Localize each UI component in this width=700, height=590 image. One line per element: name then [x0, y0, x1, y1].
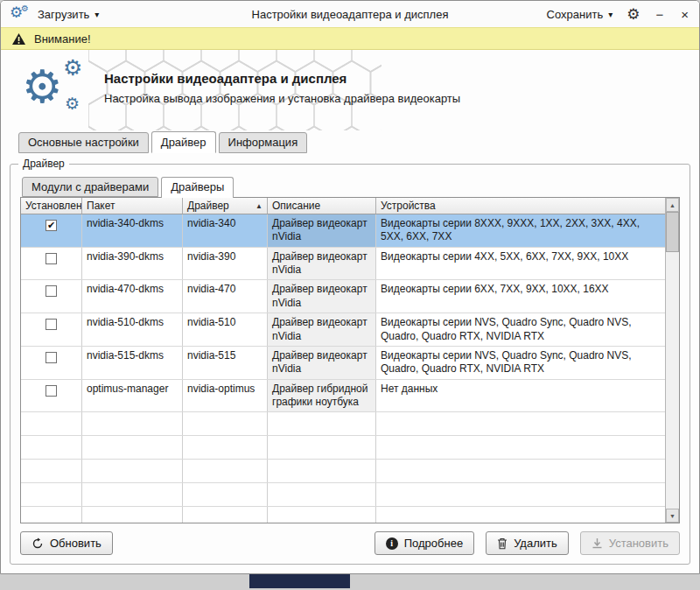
details-button-label: Подробнее	[404, 537, 463, 550]
checkbox-unchecked[interactable]	[46, 285, 57, 297]
driver-row-nvidia-510-dkms[interactable]: nvidia-510-dkmsnvidia-510Драйвер видеока…	[21, 313, 665, 347]
tab-information[interactable]: Информация	[219, 132, 308, 153]
scroll-up-button[interactable]: ▲	[666, 198, 679, 212]
driver-table-header: Установлен Пакет Драйвер ▲ Описание Устр…	[21, 198, 665, 214]
driver-groupbox: Драйвер Модули с драйверами Драйверы Уст…	[10, 164, 690, 565]
installed-checkbox-cell[interactable]	[21, 313, 82, 346]
checkbox-checked[interactable]: ✔	[46, 220, 57, 231]
checkbox-unchecked[interactable]	[46, 385, 57, 397]
empty-row	[21, 507, 665, 523]
devices-cell[interactable]: Видеокарты серии 8XXX, 9XXX, 1XX, 2XX, 3…	[376, 214, 665, 247]
driver-row-nvidia-470-dkms[interactable]: nvidia-470-dkmsnvidia-470Драйвер видеока…	[21, 280, 665, 313]
driver-row-nvidia-390-dkms[interactable]: nvidia-390-dkmsnvidia-390Драйвер видеока…	[21, 248, 665, 281]
window-title: Настройки видеоадаптера и дисплея	[180, 8, 520, 21]
devices-cell[interactable]: Нет данных	[376, 380, 665, 412]
installed-checkbox-cell[interactable]	[21, 248, 82, 280]
scroll-down-button[interactable]: ▼	[666, 509, 679, 523]
driver-subtabs: Модули с драйверами Драйверы	[20, 177, 680, 197]
empty-cell	[82, 507, 183, 523]
taskbar-fragment	[249, 574, 350, 588]
column-header-installed[interactable]: Установлен	[21, 198, 82, 214]
empty-cell	[21, 460, 82, 482]
tab-basic-settings[interactable]: Основные настройки	[18, 132, 149, 153]
description-cell[interactable]: Драйвер видеокарт nVidia	[268, 214, 376, 247]
page-subtitle: Настройка вывода изображения и установка…	[104, 92, 460, 105]
driver-row-nvidia-515-dkms[interactable]: nvidia-515-dkmsnvidia-515Драйвер видеока…	[21, 347, 665, 380]
warning-icon	[11, 32, 26, 46]
scrollbar-thumb[interactable]	[666, 212, 679, 252]
minimize-button[interactable]: −	[654, 8, 665, 21]
devices-cell[interactable]: Видеокарты серии 6XX, 7XX, 9XX, 10XX, 16…	[376, 280, 665, 313]
empty-cell	[82, 460, 183, 482]
close-button[interactable]: ×	[679, 8, 690, 21]
installed-checkbox-cell[interactable]: ✔	[21, 214, 82, 247]
vertical-scrollbar[interactable]: ▲ ▼	[665, 198, 679, 523]
empty-cell	[183, 483, 268, 506]
description-cell[interactable]: Драйвер видеокарт nVidia	[268, 248, 376, 280]
empty-cell	[376, 436, 665, 459]
package-cell[interactable]: nvidia-340-dkms	[82, 214, 183, 247]
column-header-description[interactable]: Описание	[268, 198, 376, 214]
driver-row-nvidia-340-dkms[interactable]: ✔nvidia-340-dkmsnvidia-340Драйвер видеок…	[21, 214, 665, 248]
driver-cell[interactable]: nvidia-390	[183, 248, 268, 280]
driver-cell[interactable]: nvidia-510	[183, 313, 268, 346]
driver-table-body: ✔nvidia-340-dkmsnvidia-340Драйвер видеок…	[21, 214, 665, 523]
load-menu-button[interactable]: Загрузить ▾	[38, 8, 99, 21]
devices-cell[interactable]: Видеокарты серии NVS, Quadro Sync, Quadr…	[376, 313, 665, 346]
empty-cell	[183, 460, 268, 482]
page-header: ⚙ ⚙ ⚙ Настройки видеоадаптера и дисплея …	[1, 50, 699, 130]
installed-checkbox-cell[interactable]	[21, 380, 82, 412]
settings-gear-icon[interactable]: ⚙	[626, 7, 640, 22]
installed-checkbox-cell[interactable]	[21, 347, 82, 379]
column-header-driver[interactable]: Драйвер ▲	[183, 198, 268, 214]
refresh-button-label: Обновить	[50, 537, 102, 550]
refresh-button[interactable]: Обновить	[20, 531, 113, 555]
checkbox-unchecked[interactable]	[46, 319, 57, 330]
delete-button[interactable]: Удалить	[486, 531, 569, 555]
driver-cell[interactable]: nvidia-optimus	[183, 380, 268, 412]
driver-table: Установлен Пакет Драйвер ▲ Описание Устр…	[20, 197, 680, 523]
devices-cell[interactable]: Видеокарты серии NVS, Quadro Sync, Quadr…	[376, 347, 665, 379]
subtab-drivers[interactable]: Драйверы	[161, 177, 234, 198]
column-header-devices[interactable]: Устройства	[376, 198, 665, 214]
column-header-driver-label: Драйвер	[187, 200, 229, 212]
driver-cell[interactable]: nvidia-515	[183, 347, 268, 379]
package-cell[interactable]: nvidia-470-dkms	[82, 280, 183, 313]
app-gears-icon: ⚙ ⚙	[10, 4, 31, 24]
installed-checkbox-cell[interactable]	[21, 280, 82, 313]
devices-cell[interactable]: Видеокарты серии 4XX, 5XX, 6XX, 7XX, 9XX…	[376, 248, 665, 280]
description-cell[interactable]: Драйвер видеокарт nVidia	[268, 347, 376, 379]
checkbox-unchecked[interactable]	[46, 352, 57, 363]
driver-row-optimus-manager[interactable]: optimus-managernvidia-optimusДрайвер гиб…	[21, 380, 665, 413]
scrollbar-track[interactable]	[666, 212, 679, 509]
install-button[interactable]: Установить	[580, 531, 680, 555]
main-tabbar: Основные настройки Драйвер Информация	[1, 130, 699, 153]
empty-cell	[376, 507, 665, 523]
driver-cell[interactable]: nvidia-340	[183, 214, 268, 247]
save-menu-button[interactable]: Сохранить ▾	[547, 8, 613, 21]
driver-cell[interactable]: nvidia-470	[183, 280, 268, 313]
refresh-icon	[32, 537, 44, 550]
subtab-driver-modules[interactable]: Модули с драйверами	[22, 177, 158, 197]
description-cell[interactable]: Драйвер видеокарт nVidia	[268, 313, 376, 346]
package-cell[interactable]: optimus-manager	[82, 380, 183, 412]
empty-cell	[82, 412, 183, 435]
trash-icon	[497, 537, 508, 550]
gear-icon: ⚙	[63, 57, 82, 79]
checkbox-unchecked[interactable]	[46, 253, 57, 264]
description-cell[interactable]: Драйвер гибридной графики ноутбука	[268, 380, 376, 412]
empty-cell	[376, 483, 665, 506]
description-cell[interactable]: Драйвер видеокарт nVidia	[268, 280, 376, 313]
warning-bar: Внимание!	[1, 27, 699, 50]
tab-driver[interactable]: Драйвер	[151, 131, 216, 153]
gear-icon: ⚙	[65, 95, 80, 112]
package-cell[interactable]: nvidia-510-dkms	[82, 313, 183, 346]
package-cell[interactable]: nvidia-515-dkms	[82, 347, 183, 379]
empty-row	[21, 436, 665, 460]
details-button[interactable]: i Подробнее	[374, 531, 474, 555]
column-header-package[interactable]: Пакет	[82, 198, 183, 214]
groupbox-label: Драйвер	[18, 158, 69, 170]
empty-row	[21, 460, 665, 483]
package-cell[interactable]: nvidia-390-dkms	[82, 248, 183, 280]
empty-cell	[183, 507, 268, 523]
